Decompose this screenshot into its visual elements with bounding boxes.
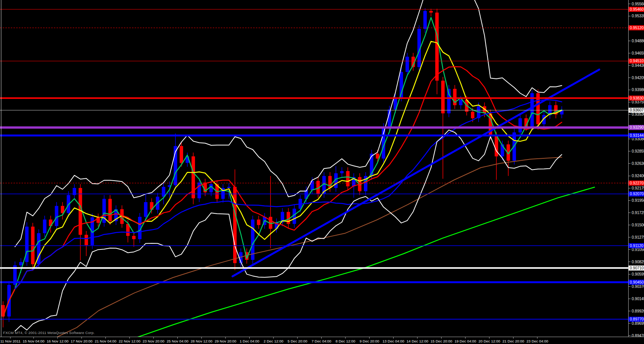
time-tick-label: 5 Dec 20:00 [288,339,307,343]
time-tick-label: 29 Nov 20:00 [215,339,237,343]
price-tag-value: 0.93607 [630,108,644,112]
price-tag-0.92270: 0.92270 [629,181,644,186]
candle-bull [251,216,254,264]
mt4-chart-canvas[interactable]: 0.955600.953350.951100.948800.946550.944… [0,0,644,344]
price-tag-value: 0.90710 [630,266,644,270]
candle-body [162,187,165,197]
price-tag-value: 0.92270 [630,181,644,185]
candle-bear [192,153,195,204]
price-tag-0.90450: 0.90450 [629,280,644,285]
candle-body [441,81,445,113]
price-tag-0.93830: 0.93830 [629,96,644,101]
candle-body [435,13,439,81]
price-tick-label: 0.89920 [632,309,644,313]
price-tag-0.89770: 0.89770 [629,317,644,322]
time-tick-label: 25 Nov 04:00 [167,339,189,343]
price-tick-label: 0.95560 [632,2,644,6]
candle-body [85,235,88,245]
time-tick-label: 8 Dec 12:00 [335,339,355,343]
time-tick-label: 17 Nov 20:00 [71,339,93,343]
candle-body [346,171,350,186]
price-tick-label: 0.90145 [632,297,644,301]
candle-body [405,57,409,72]
price-tag-0.91120: 0.91120 [629,243,644,248]
time-tick-label: 22 Nov 12:00 [118,339,140,343]
price-axis: 0.955600.953350.951100.948800.946550.944… [628,0,644,344]
price-tick-label: 0.91950 [632,198,644,203]
candle-body [108,199,112,221]
candle-body [471,112,474,118]
candle-bull [531,90,534,131]
price-tick-label: 0.95335 [632,14,644,18]
time-tick-label: 2 Dec 12:00 [264,339,283,343]
candle-bull [25,222,28,266]
price-tick-label: 0.94430 [632,63,644,68]
price-tag-value: 0.90450 [630,280,644,284]
time-tick-label: 11 Nov 2011 [0,339,20,343]
price-tick-label: 0.94655 [632,51,644,55]
time-tick-label: 9 Dec 20:00 [360,339,379,343]
price-tick-label: 0.93530 [632,112,644,116]
price-tick-label: 0.90595 [632,272,644,276]
time-tick-label: 19 Dec 04:00 [454,339,476,343]
price-tag-value: 0.92070 [630,192,644,196]
candle-body [233,187,237,263]
price-tick-label: 0.92630 [632,161,644,166]
time-tick-label: 7 Dec 04:00 [312,339,331,343]
candle-body [209,184,213,192]
time-tick-label: 15 Dec 20:00 [430,339,452,343]
price-tag-0.95460: 0.95460 [629,7,644,12]
price-tag-value: 0.93144 [630,133,644,138]
candle-bull [55,202,58,230]
price-tag-0.93290: 0.93290 [629,125,644,130]
price-tag-value: 0.93830 [630,96,644,100]
price-tick-label: 0.94880 [632,39,644,43]
time-tick-label: 16 Nov 12:00 [47,339,68,343]
copyright-text: FXCM MT4, © 2001-2011 MetaQuotes Softwar… [3,331,95,335]
time-tick-label: 23 Dec 04:00 [526,339,548,343]
price-tag-value: 0.95460 [630,7,644,12]
price-tag-value: 0.91120 [630,244,644,248]
time-tick-label: 13 Dec 04:00 [382,339,404,343]
price-tick-label: 0.89695 [632,321,644,326]
candle-body [132,236,135,239]
candle-body [257,219,260,225]
price-tick-label: 0.90825 [632,260,644,264]
price-tick-label: 0.92400 [632,174,644,178]
candle-body [227,187,231,188]
time-tick-label: 21 Nov 04:00 [95,339,117,343]
candle-body [55,206,58,226]
price-tick-label: 0.91500 [632,223,644,227]
price-tick-label: 0.93980 [632,88,644,92]
price-tick-label: 0.91275 [632,235,644,239]
candle-body [423,11,427,29]
price-tag-value: 0.95120 [630,26,644,30]
candle-body [340,171,344,173]
price-tag-0.92070: 0.92070 [629,191,644,196]
candle-body [144,202,147,217]
time-tick-label: 14 Dec 12:00 [407,339,429,343]
price-tag-0.94510: 0.94510 [629,58,644,63]
time-tick-label: 1 Dec 04:00 [240,339,259,343]
candle-body [19,262,23,266]
candle-body [43,219,47,233]
price-tick-label: 0.94205 [632,76,644,80]
candle-body [2,305,5,317]
candle-body [376,154,379,159]
time-tick-label: 28 Nov 12:00 [191,339,213,343]
price-tick-label: 0.93755 [632,100,644,104]
candle-bear [108,195,112,225]
time-tick-label: 23 Nov 20:00 [143,339,165,343]
mt4-chart-window: 0.955600.953350.951100.948800.946550.944… [0,0,644,344]
time-tick-label: 15 Nov 04:00 [23,339,45,343]
price-tag-0.93144: 0.93144 [629,133,644,138]
price-tag-0.93607: 0.93607 [629,108,644,113]
time-tick-label: 21 Dec 20:00 [502,339,524,343]
price-tag-value: 0.93290 [630,125,644,130]
candle-body [495,136,498,156]
price-tag-0.90710: 0.90710 [629,266,644,271]
candle-body [180,146,183,163]
candle-body [459,100,462,105]
price-tag-0.95120: 0.95120 [629,25,644,30]
price-tick-label: 0.92855 [632,149,644,153]
